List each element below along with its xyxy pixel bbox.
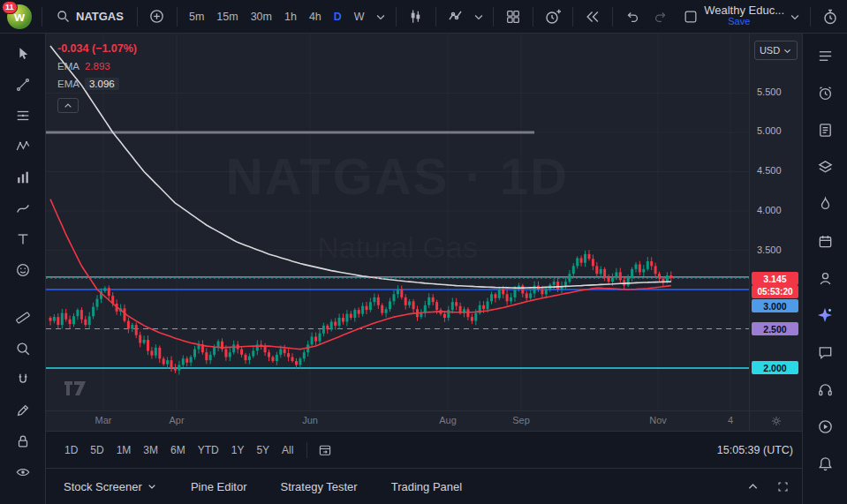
- range-1d-button[interactable]: 1D: [58, 440, 84, 461]
- range-all-button[interactable]: All: [276, 440, 299, 461]
- undo-button[interactable]: [619, 4, 646, 30]
- magnet-icon: [15, 372, 31, 387]
- cursor-tool-button[interactable]: [10, 44, 36, 64]
- symbol-name: NATGAS: [76, 10, 124, 23]
- magnet-tool-button[interactable]: [10, 370, 36, 389]
- timeframe-15m[interactable]: 15m: [211, 6, 243, 27]
- calendar-button[interactable]: [812, 231, 838, 251]
- hide-drawings-button[interactable]: [10, 463, 36, 482]
- timeframe-1d[interactable]: D: [329, 6, 347, 27]
- chat-button[interactable]: [812, 342, 838, 362]
- prediction-tool-button[interactable]: [10, 168, 36, 187]
- price-scale[interactable]: USD 5.5005.0004.5004.0003.500 3.145 05:5…: [749, 34, 802, 410]
- support-button[interactable]: [812, 380, 838, 399]
- drawing-mode-button[interactable]: [10, 401, 36, 420]
- expand-panel-button[interactable]: [742, 476, 763, 497]
- ema-2-legend-row[interactable]: EMA 3.096: [57, 78, 137, 90]
- separator: [42, 7, 42, 26]
- symbol-search-button[interactable]: NATGAS: [49, 5, 131, 27]
- compare-add-symbol-button[interactable]: [144, 4, 170, 30]
- range-1m-button[interactable]: 1M: [110, 440, 138, 461]
- bottom-panel: Stock Screener Pine Editor Strategy Test…: [46, 468, 802, 504]
- my-ideas-button[interactable]: [812, 268, 838, 288]
- chart-column: NATGAS · 1D Natural Gas -0.034 (−1.07%) …: [46, 34, 802, 504]
- indicators-button[interactable]: [442, 4, 469, 30]
- layout-menu[interactable]: Wealthy Educ... Save: [677, 4, 784, 30]
- time-axis-label: Aug: [439, 415, 457, 425]
- watchlist-button[interactable]: [812, 46, 838, 65]
- price-axis-label: 4.000: [757, 205, 782, 215]
- timeframe-30m[interactable]: 30m: [246, 6, 277, 27]
- trading-panel-tab[interactable]: Trading Panel: [391, 480, 462, 493]
- streams-button[interactable]: [812, 417, 838, 436]
- create-alert-button[interactable]: [540, 4, 566, 30]
- stock-screener-tab[interactable]: Stock Screener: [64, 480, 157, 493]
- pattern-tool-button[interactable]: [10, 137, 36, 156]
- time-axis-label: Jun: [302, 415, 318, 425]
- object-tree-button[interactable]: [812, 157, 838, 177]
- watchlist-icon: [817, 48, 834, 64]
- stopwatch-icon: [821, 8, 839, 26]
- news-button[interactable]: [812, 120, 838, 139]
- alerts-button[interactable]: [812, 83, 838, 102]
- layout-grid-icon: [505, 9, 521, 25]
- timeframe-4h[interactable]: 4h: [304, 6, 327, 27]
- go-to-date-button[interactable]: [314, 440, 336, 461]
- chart-type-button[interactable]: [403, 4, 429, 30]
- lock-drawings-button[interactable]: [10, 432, 36, 451]
- range-5y-button[interactable]: 5Y: [250, 440, 276, 461]
- measure-tool-button[interactable]: [10, 308, 36, 327]
- chart-pane[interactable]: NATGAS · 1D Natural Gas -0.034 (−1.07%) …: [46, 34, 749, 410]
- timeframe-menu-button[interactable]: [372, 4, 389, 30]
- cursor-icon: [15, 46, 31, 62]
- layout-dropdown-button[interactable]: [786, 4, 804, 30]
- multichart-layout-button[interactable]: [500, 4, 526, 30]
- currency-toggle-button[interactable]: USD: [754, 41, 798, 60]
- price-scale-settings-button[interactable]: [767, 413, 786, 429]
- text-tool-button[interactable]: [10, 229, 36, 249]
- range-1y-button[interactable]: 1Y: [225, 440, 251, 461]
- zoom-tool-button[interactable]: [10, 339, 36, 358]
- emoji-tool-button[interactable]: [10, 260, 36, 280]
- timeframe-1w[interactable]: W: [349, 6, 370, 27]
- ai-assistant-button[interactable]: [812, 305, 838, 325]
- chevron-down-icon: [473, 11, 485, 23]
- layout-name[interactable]: Wealthy Educ...: [704, 4, 784, 17]
- hotlists-button[interactable]: [812, 194, 838, 214]
- candlestick-chart[interactable]: [46, 34, 749, 410]
- pine-editor-tab[interactable]: Pine Editor: [191, 480, 247, 493]
- xabcd-pattern-icon: [15, 139, 31, 154]
- strategy-tester-tab[interactable]: Strategy Tester: [280, 480, 357, 493]
- quick-search-button[interactable]: [817, 4, 843, 30]
- bar-replay-button[interactable]: [579, 4, 606, 30]
- timeframe-1h[interactable]: 1h: [279, 6, 302, 27]
- price-axis-label: 4.500: [757, 165, 782, 176]
- range-toolbar: 1D 5D 1M 3M 6M YTD 1Y 5Y All 15:05:39 (U…: [46, 431, 802, 468]
- user-menu-button[interactable]: w 11: [5, 3, 34, 31]
- trend-line-tool-button[interactable]: [10, 75, 36, 94]
- timeframe-5m[interactable]: 5m: [184, 6, 209, 27]
- stock-screener-label: Stock Screener: [64, 480, 142, 493]
- ema-1-legend-row[interactable]: EMA 2.893: [57, 61, 137, 71]
- time-axis[interactable]: MarAprJunAugSepNov4: [46, 410, 749, 431]
- content-row: NATGAS · 1D Natural Gas -0.034 (−1.07%) …: [0, 34, 847, 504]
- chevron-down-icon: [789, 11, 801, 23]
- fib-retracement-tool-button[interactable]: [10, 106, 36, 125]
- save-layout-button[interactable]: [677, 4, 704, 30]
- server-clock[interactable]: 15:05:39 (UTC): [717, 444, 793, 456]
- redo-button[interactable]: [647, 4, 674, 30]
- range-6m-button[interactable]: 6M: [164, 440, 192, 461]
- maximize-panel-button[interactable]: [772, 476, 793, 497]
- range-5d-button[interactable]: 5D: [84, 440, 110, 461]
- range-3m-button[interactable]: 3M: [137, 440, 164, 461]
- price-axis-label: 5.500: [757, 87, 782, 97]
- level-2500-badge: 2.500: [752, 322, 798, 335]
- save-button[interactable]: Save: [728, 16, 750, 26]
- brush-tool-button[interactable]: [10, 199, 36, 218]
- legend-collapse-button[interactable]: [57, 98, 79, 113]
- maximize-icon: [776, 480, 790, 493]
- indicator-templates-button[interactable]: [471, 4, 487, 30]
- range-ytd-button[interactable]: YTD: [192, 440, 225, 461]
- notifications-button[interactable]: [812, 454, 838, 473]
- tradingview-logo-watermark[interactable]: [64, 380, 87, 396]
